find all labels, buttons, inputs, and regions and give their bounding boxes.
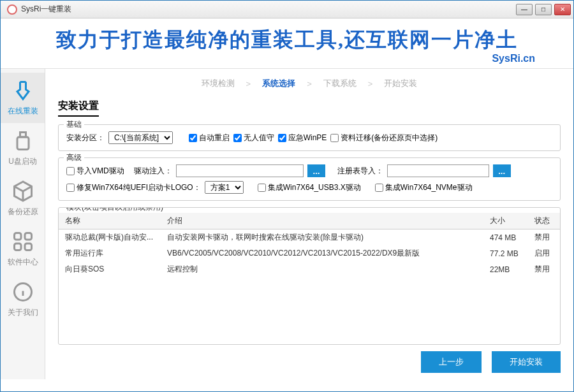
step-indicator: 环境检测 > 系统选择 > 下载系统 > 开始安装 (58, 78, 561, 89)
prev-button[interactable]: 上一步 (421, 351, 482, 373)
window-title: SysRi一键重装 (21, 4, 516, 15)
sidebar-item-label: U盘启动 (1, 156, 45, 167)
chevron-right-icon: > (307, 79, 312, 89)
sidebar-item-label: 备份还原 (1, 207, 45, 217)
sidebar-item-label: 在线重装 (1, 106, 45, 117)
close-button[interactable]: ✕ (554, 4, 571, 15)
basic-panel: 基础 安装分区： C:\[当前系统] 自动重启 无人值守 应急WinPE 资料迁… (58, 124, 561, 151)
nvme-checkbox[interactable]: 集成Win7X64_NVMe驱动 (375, 182, 473, 193)
cell-size: 474 MB (483, 229, 528, 246)
driver-browse-button[interactable]: ... (307, 164, 325, 177)
window-controls: — □ ✕ (516, 4, 571, 15)
driver-inject-input[interactable] (176, 164, 304, 177)
import-vmd-checkbox[interactable]: 导入VMD驱动 (66, 166, 124, 177)
table-row[interactable]: 向日葵SOS远程控制22MB禁用 (59, 261, 560, 277)
modules-panel: 模块(双击项目以启用或禁用) 名称 介绍 大小 状态 驱动总裁(网卡版)自动安.… (58, 207, 561, 345)
sidebar-item-usb-boot[interactable]: U盘启动 (1, 123, 45, 173)
usb-icon (10, 128, 36, 154)
cell-name: 常用运行库 (59, 245, 161, 261)
hero-title: 致力于打造最纯净的重装工具,还互联网一片净土 (13, 26, 561, 54)
data-migrate-checkbox[interactable]: 资料迁移(备份还原页中选择) (330, 133, 438, 143)
maximize-button[interactable]: □ (535, 4, 552, 15)
cell-status: 禁用 (528, 229, 560, 246)
cell-name: 向日葵SOS (59, 261, 161, 277)
install-button[interactable]: 开始安装 (492, 351, 561, 373)
col-desc[interactable]: 介绍 (161, 213, 483, 229)
pointer-icon (10, 78, 36, 103)
cell-name: 驱动总裁(网卡版)自动安... (59, 229, 161, 246)
cell-status: 禁用 (528, 261, 560, 277)
svg-rect-3 (25, 233, 32, 240)
step-download[interactable]: 下载系统 (317, 78, 363, 89)
basic-legend: 基础 (64, 119, 84, 130)
modules-table: 名称 介绍 大小 状态 驱动总裁(网卡版)自动安...自动安装网卡驱动，联网时搜… (59, 213, 560, 277)
unattended-checkbox[interactable]: 无人值守 (233, 133, 274, 143)
fix-uefi-checkbox[interactable]: 修复Win7X64纯UEFI启动卡LOGO： (66, 182, 201, 193)
cell-desc: 自动安装网卡驱动，联网时搜索在线驱动安装(除显卡驱动) (161, 229, 483, 246)
col-size[interactable]: 大小 (483, 213, 528, 229)
sidebar: 在线重装 U盘启动 备份还原 软件中心 关于我们 (1, 69, 45, 379)
sidebar-item-software-center[interactable]: 软件中心 (1, 224, 45, 274)
hero-subtitle: SysRi.cn (13, 53, 561, 64)
page-title: 安装设置 (58, 99, 99, 117)
svg-rect-5 (25, 243, 32, 250)
sidebar-item-online-reinstall[interactable]: 在线重装 (1, 73, 45, 123)
sidebar-item-backup-restore[interactable]: 备份还原 (1, 173, 45, 224)
box-icon (10, 178, 36, 204)
content-pane: 环境检测 > 系统选择 > 下载系统 > 开始安装 安装设置 基础 安装分区： … (45, 69, 573, 379)
driver-inject-label: 驱动注入： (134, 166, 172, 177)
winpe-checkbox[interactable]: 应急WinPE (278, 133, 327, 143)
modules-legend: 模块(双击项目以启用或禁用) (64, 207, 166, 213)
registry-browse-button[interactable]: ... (493, 164, 511, 177)
cell-size: 77.2 MB (483, 245, 528, 261)
svg-rect-0 (17, 137, 29, 150)
hero-banner: 致力于打造最纯净的重装工具,还互联网一片净土 SysRi.cn (1, 18, 573, 69)
usb3-checkbox[interactable]: 集成Win7X64_USB3.X驱动 (258, 182, 361, 193)
cell-desc: VB6/VC2005/VC2008/VC2010/VC2012/VC2013/V… (161, 245, 483, 261)
col-name[interactable]: 名称 (59, 213, 161, 229)
step-env-check[interactable]: 环境检测 (195, 78, 241, 89)
app-icon (7, 4, 17, 15)
advanced-panel: 高级 导入VMD驱动 驱动注入： ... 注册表导入： ... 修复Win7X6… (58, 157, 561, 201)
minimize-button[interactable]: — (516, 4, 533, 15)
grid-icon (10, 229, 36, 254)
step-system-select[interactable]: 系统选择 (256, 78, 302, 89)
table-row[interactable]: 驱动总裁(网卡版)自动安...自动安装网卡驱动，联网时搜索在线驱动安装(除显卡驱… (59, 229, 560, 246)
table-row[interactable]: 常用运行库VB6/VC2005/VC2008/VC2010/VC2012/VC2… (59, 245, 560, 261)
col-status[interactable]: 状态 (528, 213, 560, 229)
sidebar-item-about[interactable]: 关于我们 (1, 274, 45, 324)
partition-label: 安装分区： (66, 133, 105, 143)
cell-status: 启用 (528, 245, 560, 261)
auto-restart-checkbox[interactable]: 自动重启 (189, 133, 230, 143)
scheme-select[interactable]: 方案1 (205, 181, 244, 194)
sidebar-item-label: 关于我们 (1, 307, 45, 318)
info-icon (10, 279, 36, 305)
advanced-legend: 高级 (64, 152, 84, 163)
chevron-right-icon: > (246, 79, 251, 89)
registry-import-input[interactable] (387, 164, 489, 177)
titlebar: SysRi一键重装 — □ ✕ (1, 1, 573, 18)
step-install[interactable]: 开始安装 (378, 78, 423, 89)
footer-buttons: 上一步 开始安装 (58, 351, 561, 373)
registry-import-label: 注册表导入： (337, 166, 383, 177)
sidebar-item-label: 软件中心 (1, 257, 45, 268)
chevron-right-icon: > (368, 79, 373, 89)
cell-size: 22MB (483, 261, 528, 277)
cell-desc: 远程控制 (161, 261, 483, 277)
partition-select[interactable]: C:\[当前系统] (108, 131, 173, 144)
svg-rect-1 (20, 133, 26, 138)
svg-rect-4 (14, 243, 21, 250)
svg-rect-2 (14, 233, 21, 240)
